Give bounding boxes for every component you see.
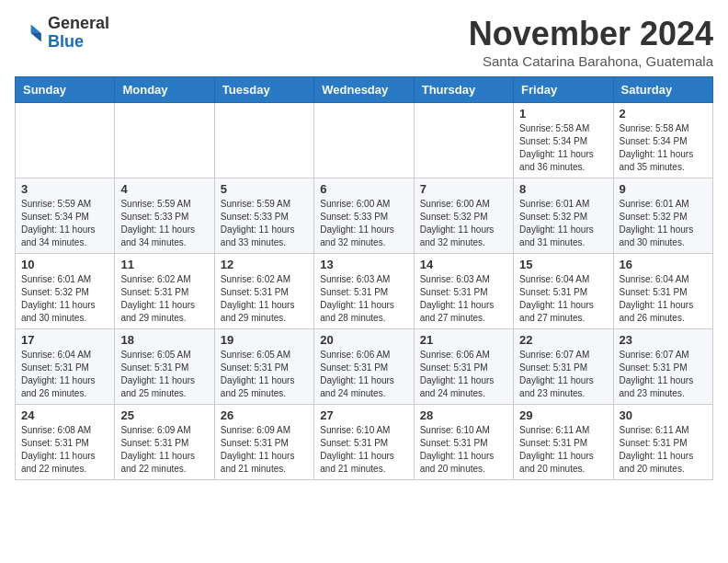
day-number: 9	[620, 182, 707, 196]
day-info: Sunrise: 6:09 AM Sunset: 5:31 PM Dayligh…	[120, 424, 208, 476]
day-info: Sunrise: 5:59 AM Sunset: 5:34 PM Dayligh…	[21, 198, 108, 249]
day-number: 26	[221, 408, 308, 422]
day-info: Sunrise: 5:59 AM Sunset: 5:33 PM Dayligh…	[120, 198, 208, 249]
day-info: Sunrise: 6:01 AM Sunset: 5:32 PM Dayligh…	[21, 273, 108, 325]
day-number: 6	[320, 182, 407, 196]
weekday-header: Monday	[115, 77, 214, 103]
day-number: 11	[120, 258, 208, 271]
logo-text: General Blue	[48, 15, 109, 52]
calendar-cell: 26Sunrise: 6:09 AM Sunset: 5:31 PM Dayli…	[214, 405, 313, 480]
day-number: 30	[620, 408, 707, 422]
day-info: Sunrise: 6:11 AM Sunset: 5:31 PM Dayligh…	[620, 424, 707, 476]
day-info: Sunrise: 6:09 AM Sunset: 5:31 PM Dayligh…	[221, 424, 308, 476]
calendar-cell: 10Sunrise: 6:01 AM Sunset: 5:32 PM Dayli…	[16, 254, 115, 329]
location-text: Santa Catarina Barahona, Guatemala	[469, 53, 713, 69]
day-number: 3	[21, 182, 108, 196]
weekday-header: Sunday	[16, 77, 115, 103]
calendar-cell: 3Sunrise: 5:59 AM Sunset: 5:34 PM Daylig…	[16, 178, 115, 254]
day-info: Sunrise: 6:07 AM Sunset: 5:31 PM Dayligh…	[519, 349, 607, 400]
day-info: Sunrise: 6:04 AM Sunset: 5:31 PM Dayligh…	[21, 349, 108, 400]
day-info: Sunrise: 6:08 AM Sunset: 5:31 PM Dayligh…	[21, 424, 108, 476]
calendar-cell: 27Sunrise: 6:10 AM Sunset: 5:31 PM Dayli…	[314, 405, 414, 480]
day-number: 20	[320, 333, 407, 347]
svg-marker-0	[31, 24, 41, 33]
calendar-cell: 13Sunrise: 6:03 AM Sunset: 5:31 PM Dayli…	[314, 254, 414, 329]
day-info: Sunrise: 6:00 AM Sunset: 5:32 PM Dayligh…	[420, 198, 507, 249]
calendar-cell: 15Sunrise: 6:04 AM Sunset: 5:31 PM Dayli…	[514, 254, 613, 329]
day-number: 4	[120, 182, 208, 196]
title-section: November 2024 Santa Catarina Barahona, G…	[469, 15, 713, 69]
day-info: Sunrise: 6:00 AM Sunset: 5:33 PM Dayligh…	[320, 198, 407, 249]
day-number: 24	[21, 408, 108, 422]
weekday-header: Thursday	[414, 77, 513, 103]
day-info: Sunrise: 6:03 AM Sunset: 5:31 PM Dayligh…	[420, 273, 507, 325]
day-number: 25	[120, 408, 208, 422]
day-info: Sunrise: 6:07 AM Sunset: 5:31 PM Dayligh…	[620, 349, 707, 400]
calendar-cell: 20Sunrise: 6:06 AM Sunset: 5:31 PM Dayli…	[314, 329, 414, 405]
day-info: Sunrise: 6:03 AM Sunset: 5:31 PM Dayligh…	[320, 273, 407, 325]
calendar-week-row: 24Sunrise: 6:08 AM Sunset: 5:31 PM Dayli…	[16, 405, 713, 480]
day-number: 14	[420, 258, 507, 271]
svg-marker-1	[31, 33, 41, 42]
calendar-cell	[214, 103, 313, 178]
calendar-cell	[115, 103, 214, 178]
calendar-week-row: 1Sunrise: 5:58 AM Sunset: 5:34 PM Daylig…	[16, 103, 713, 178]
day-number: 22	[519, 333, 607, 347]
day-number: 23	[620, 333, 707, 347]
day-info: Sunrise: 6:01 AM Sunset: 5:32 PM Dayligh…	[519, 198, 607, 249]
day-number: 7	[420, 182, 507, 196]
day-info: Sunrise: 6:06 AM Sunset: 5:31 PM Dayligh…	[420, 349, 507, 400]
weekday-header: Tuesday	[214, 77, 313, 103]
weekday-header: Saturday	[613, 77, 712, 103]
day-number: 15	[519, 258, 607, 271]
day-number: 27	[320, 408, 407, 422]
month-title: November 2024	[469, 15, 713, 53]
day-info: Sunrise: 6:11 AM Sunset: 5:31 PM Dayligh…	[519, 424, 607, 476]
calendar-cell: 21Sunrise: 6:06 AM Sunset: 5:31 PM Dayli…	[414, 329, 513, 405]
calendar-cell	[16, 103, 115, 178]
calendar-cell: 7Sunrise: 6:00 AM Sunset: 5:32 PM Daylig…	[414, 178, 513, 254]
day-number: 10	[21, 258, 108, 271]
logo: General Blue	[15, 15, 109, 52]
calendar-cell: 8Sunrise: 6:01 AM Sunset: 5:32 PM Daylig…	[514, 178, 613, 254]
calendar-cell: 24Sunrise: 6:08 AM Sunset: 5:31 PM Dayli…	[16, 405, 115, 480]
day-info: Sunrise: 6:10 AM Sunset: 5:31 PM Dayligh…	[420, 424, 507, 476]
calendar-week-row: 17Sunrise: 6:04 AM Sunset: 5:31 PM Dayli…	[16, 329, 713, 405]
weekday-header: Friday	[514, 77, 613, 103]
calendar-week-row: 10Sunrise: 6:01 AM Sunset: 5:32 PM Dayli…	[16, 254, 713, 329]
day-number: 19	[221, 333, 308, 347]
logo-general-text: General	[48, 14, 109, 32]
day-info: Sunrise: 5:58 AM Sunset: 5:34 PM Dayligh…	[519, 122, 607, 174]
day-number: 29	[519, 408, 607, 422]
calendar-cell	[414, 103, 513, 178]
calendar-cell: 29Sunrise: 6:11 AM Sunset: 5:31 PM Dayli…	[514, 405, 613, 480]
day-number: 18	[120, 333, 208, 347]
day-info: Sunrise: 5:59 AM Sunset: 5:33 PM Dayligh…	[221, 198, 308, 249]
day-info: Sunrise: 6:01 AM Sunset: 5:32 PM Dayligh…	[620, 198, 707, 249]
day-number: 16	[620, 258, 707, 271]
calendar-cell: 30Sunrise: 6:11 AM Sunset: 5:31 PM Dayli…	[613, 405, 712, 480]
day-info: Sunrise: 6:04 AM Sunset: 5:31 PM Dayligh…	[519, 273, 607, 325]
day-number: 13	[320, 258, 407, 271]
day-number: 21	[420, 333, 507, 347]
calendar-cell: 18Sunrise: 6:05 AM Sunset: 5:31 PM Dayli…	[115, 329, 214, 405]
day-info: Sunrise: 6:05 AM Sunset: 5:31 PM Dayligh…	[221, 349, 308, 400]
logo-icon	[15, 18, 44, 48]
calendar-cell: 9Sunrise: 6:01 AM Sunset: 5:32 PM Daylig…	[613, 178, 712, 254]
calendar-cell: 1Sunrise: 5:58 AM Sunset: 5:34 PM Daylig…	[514, 103, 613, 178]
day-number: 1	[519, 107, 607, 121]
calendar-table: SundayMondayTuesdayWednesdayThursdayFrid…	[15, 76, 713, 480]
calendar-cell: 17Sunrise: 6:04 AM Sunset: 5:31 PM Dayli…	[16, 329, 115, 405]
calendar-cell: 19Sunrise: 6:05 AM Sunset: 5:31 PM Dayli…	[214, 329, 313, 405]
calendar-cell	[314, 103, 414, 178]
day-info: Sunrise: 6:02 AM Sunset: 5:31 PM Dayligh…	[221, 273, 308, 325]
calendar-cell: 5Sunrise: 5:59 AM Sunset: 5:33 PM Daylig…	[214, 178, 313, 254]
day-number: 12	[221, 258, 308, 271]
calendar-cell: 25Sunrise: 6:09 AM Sunset: 5:31 PM Dayli…	[115, 405, 214, 480]
day-info: Sunrise: 6:05 AM Sunset: 5:31 PM Dayligh…	[120, 349, 208, 400]
day-info: Sunrise: 6:04 AM Sunset: 5:31 PM Dayligh…	[620, 273, 707, 325]
calendar-cell: 28Sunrise: 6:10 AM Sunset: 5:31 PM Dayli…	[414, 405, 513, 480]
logo-blue-text: Blue	[48, 32, 84, 51]
calendar-cell: 11Sunrise: 6:02 AM Sunset: 5:31 PM Dayli…	[115, 254, 214, 329]
calendar-cell: 23Sunrise: 6:07 AM Sunset: 5:31 PM Dayli…	[613, 329, 712, 405]
